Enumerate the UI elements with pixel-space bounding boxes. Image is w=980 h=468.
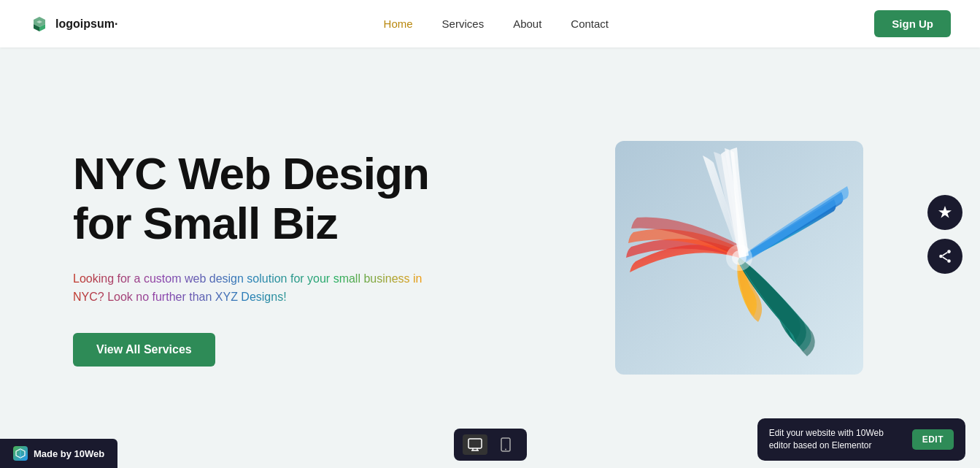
svg-point-2 (732, 250, 746, 265)
edit-bar: Edit your website with 10Web editor base… (757, 418, 965, 461)
edit-button[interactable]: EDIT (912, 429, 954, 450)
hero-title: NYC Web Design for Small Biz (73, 149, 467, 248)
fab-container (927, 195, 962, 274)
svg-point-3 (947, 250, 951, 253)
svg-point-4 (939, 254, 943, 258)
mobile-icon (501, 437, 511, 452)
nav: Home Services About Contact (384, 18, 609, 30)
share-icon (937, 248, 953, 264)
signup-button[interactable]: Sign Up (874, 10, 951, 37)
svg-line-6 (943, 252, 948, 255)
svg-point-15 (505, 449, 506, 450)
hero-image (615, 141, 863, 375)
svg-line-7 (943, 257, 948, 260)
svg-point-5 (947, 259, 951, 263)
view-all-services-button[interactable]: View All Services (73, 333, 215, 367)
nav-contact[interactable]: Contact (571, 18, 609, 30)
header: logoipsum· Home Services About Contact S… (0, 0, 980, 47)
desktop-icon (468, 438, 482, 451)
device-toggle (454, 429, 527, 461)
10web-logo-icon (15, 448, 26, 459)
nav-services[interactable]: Services (442, 18, 485, 30)
logo-text: logoipsum· (55, 18, 117, 31)
share-fab[interactable] (927, 239, 962, 274)
edit-bar-text: Edit your website with 10Web editor base… (769, 427, 900, 452)
nav-about[interactable]: About (513, 18, 541, 30)
hero-subtitle: Looking for a custom web design solution… (73, 269, 423, 307)
10web-icon (13, 446, 28, 461)
made-by-10web-bar[interactable]: Made by 10Web (0, 439, 117, 468)
favorite-fab[interactable] (927, 195, 962, 230)
logo-icon (29, 14, 50, 34)
hero-section: NYC Web Design for Small Biz Looking for… (0, 47, 980, 468)
logo[interactable]: logoipsum· (29, 14, 117, 34)
svg-rect-10 (468, 439, 482, 448)
abstract-art-image (615, 141, 863, 375)
star-icon (937, 204, 953, 220)
nav-home[interactable]: Home (384, 18, 413, 30)
hero-content: NYC Web Design for Small Biz Looking for… (73, 149, 467, 367)
mobile-toggle-button[interactable] (493, 434, 518, 455)
10web-label: Made by 10Web (34, 448, 104, 459)
desktop-toggle-button[interactable] (463, 434, 487, 455)
